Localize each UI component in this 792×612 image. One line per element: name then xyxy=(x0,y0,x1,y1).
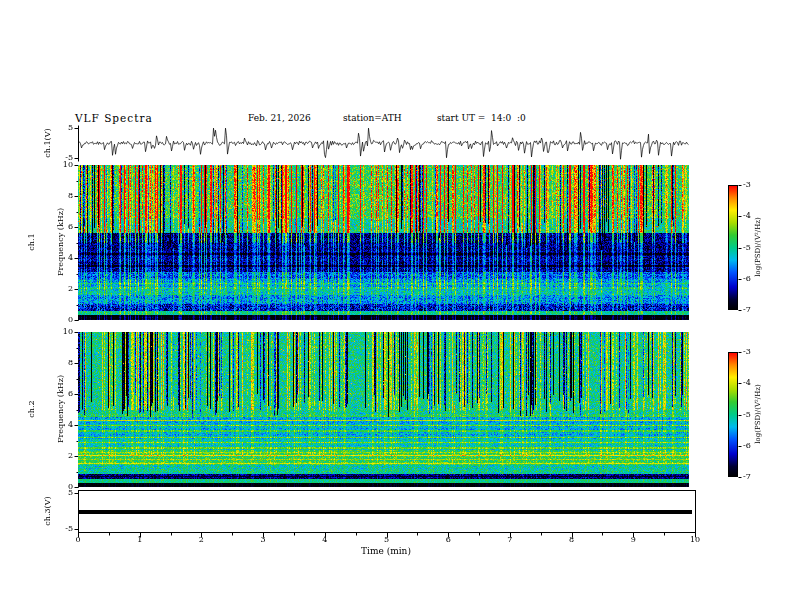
x-tick-label: 6 xyxy=(446,536,451,544)
ch1-spec-y-tick-label: 4 xyxy=(68,254,73,262)
colorbar-ch2-tick-label: -3 xyxy=(743,348,751,356)
ch3-wave-y-tick-label: -5 xyxy=(65,525,73,533)
x-tick-label: 3 xyxy=(261,536,266,544)
x-tick-label: 0 xyxy=(75,536,80,544)
x-tick-label: 7 xyxy=(507,536,512,544)
x-tick-label: 5 xyxy=(384,536,389,544)
ch1-voltage-axis-label: ch.1(V) xyxy=(43,128,53,157)
ch2-spec-y-tick-label: 6 xyxy=(68,390,73,398)
colorbar-ch2-tick-label: -7 xyxy=(743,473,751,481)
ch1-spec-channel-label: ch.1 xyxy=(27,208,37,276)
ch3-waveform-plot xyxy=(78,490,695,532)
ch1-spec-y-tick-label: 0 xyxy=(68,316,73,324)
ch1-wave-y-tick-label: 5 xyxy=(68,124,73,132)
ch1-spectrogram-plot xyxy=(78,165,695,320)
colorbar-ch2-tick-label: -4 xyxy=(743,379,751,387)
x-tick-label: 4 xyxy=(322,536,327,544)
ch2-spec-y-tick-label: 4 xyxy=(68,421,73,429)
colorbar-ch1-tick-label: -7 xyxy=(743,306,751,314)
x-tick-label: 2 xyxy=(199,536,204,544)
ch2-frequency-axis-label: ch.2 Frequency (kHz) xyxy=(8,375,85,443)
ch2-spec-channel-label: ch.2 xyxy=(27,375,37,443)
ch1-wave-y-tick-label: -5 xyxy=(65,154,73,162)
ch2-spectrogram-plot xyxy=(78,332,695,487)
colorbar-ch1-tick-label: -3 xyxy=(743,181,751,189)
x-tick-label: 9 xyxy=(631,536,636,544)
colorbar-ch2-label: log(PSD)/(V²/Hz) xyxy=(754,384,762,443)
colorbar-ch1 xyxy=(728,185,738,310)
ch1-spec-y-tick-label: 6 xyxy=(68,223,73,231)
colorbar-ch1-tick-label: -4 xyxy=(743,212,751,220)
ch1-spec-y-tick-label: 8 xyxy=(68,192,73,200)
ch2-spec-y-tick-label: 8 xyxy=(68,359,73,367)
ch2-spec-frequency-label: Frequency (kHz) xyxy=(56,375,66,443)
colorbar-ch2-tick-label: -6 xyxy=(743,442,751,450)
ch3-voltage-axis-label: ch.3(V) xyxy=(43,496,53,525)
colorbar-ch2-tick-label: -5 xyxy=(743,411,751,419)
ch1-spec-frequency-label: Frequency (kHz) xyxy=(56,208,66,276)
time-axis-label: Time (min) xyxy=(361,546,411,556)
colorbar-ch1-label: log(PSD)/(V²/Hz) xyxy=(754,217,762,276)
vlf-spectra-figure: VLF Spectra Feb. 21, 2026 station=ATH st… xyxy=(0,0,792,612)
ch1-spec-y-tick-label: 2 xyxy=(68,285,73,293)
x-tick-label: 10 xyxy=(690,536,700,544)
x-tick-label: 8 xyxy=(569,536,574,544)
colorbar-ch1-tick-label: -5 xyxy=(743,244,751,252)
ch3-wave-y-tick-label: 5 xyxy=(68,489,73,497)
ch1-frequency-axis-label: ch.1 Frequency (kHz) xyxy=(8,208,85,276)
colorbar-ch1-tick-label: -6 xyxy=(743,275,751,283)
ch2-spec-y-tick-label: 2 xyxy=(68,452,73,460)
colorbar-ch2 xyxy=(728,352,738,477)
ch1-waveform-plot xyxy=(78,125,695,161)
x-tick-label: 1 xyxy=(137,536,142,544)
ch1-spec-y-tick-label: 10 xyxy=(63,161,73,169)
ch2-spec-y-tick-label: 10 xyxy=(63,328,73,336)
